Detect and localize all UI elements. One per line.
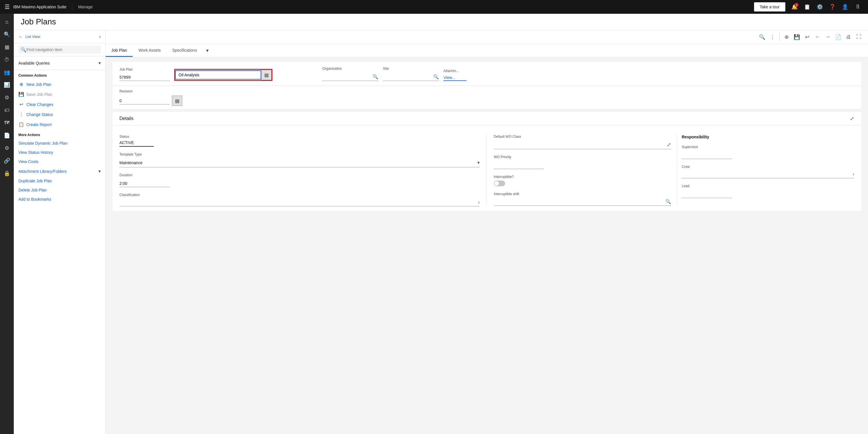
organization-input[interactable] xyxy=(322,74,373,79)
classification-input-wrapper: › xyxy=(119,198,479,206)
attachment-library-link[interactable]: Attachment Library/Folders ▾ xyxy=(14,166,105,176)
classification-input[interactable] xyxy=(119,200,478,205)
notification-icon[interactable]: 🔔 1 xyxy=(789,1,800,12)
apps-grid-icon[interactable]: ⠿ xyxy=(852,1,863,12)
new-job-plan-action[interactable]: ⊕ New Job Plan xyxy=(14,79,105,89)
sidebar-map-icon[interactable]: 🗺 xyxy=(1,117,12,129)
queries-section: Available Queries ▾ xyxy=(14,56,105,70)
duplicate-label: Duplicate Job Plan xyxy=(19,179,52,183)
add-to-bookmarks-link[interactable]: Add to Bookmarks xyxy=(14,195,105,204)
change-status-action[interactable]: ⋮ Change Status xyxy=(14,110,105,119)
sidebar-tag-icon[interactable]: 🏷 xyxy=(1,104,12,116)
main-content: Job Plan ▤ xyxy=(105,57,868,434)
sidebar-search-icon[interactable]: 🔍 xyxy=(1,29,12,40)
classification-arrow-icon[interactable]: › xyxy=(478,200,479,205)
user-icon[interactable]: 👤 xyxy=(839,1,851,12)
duplicate-job-plan-link[interactable]: Duplicate Job Plan xyxy=(14,176,105,185)
lead-label: Lead xyxy=(682,184,854,188)
template-type-select[interactable]: Maintenance xyxy=(119,160,476,165)
back-arrow-icon[interactable]: ← xyxy=(19,34,23,39)
toolbar-add-button[interactable]: ⊕ xyxy=(782,32,791,42)
content-area: ← List View ‹ 🔍 Available Queries ▾ xyxy=(14,30,868,434)
job-plan-name-detail-icon[interactable]: ▤ xyxy=(261,70,272,80)
supervisor-input[interactable] xyxy=(682,152,732,159)
interruptible-shift-search-icon[interactable]: 🔍 xyxy=(665,199,671,205)
hamburger-menu-icon[interactable]: ☰ xyxy=(5,3,10,10)
toolbar-document-button[interactable]: 📄 xyxy=(834,32,843,42)
clipboard-icon[interactable]: 📋 xyxy=(801,1,813,12)
simulate-dynamic-job-plan-link[interactable]: Simulate Dynamic Job Plan xyxy=(14,138,105,148)
help-icon[interactable]: ❓ xyxy=(827,1,838,12)
tab-overflow-button[interactable]: ▾ xyxy=(203,44,212,57)
view-costs-link[interactable]: View Costs xyxy=(14,157,105,166)
nav-search-area: 🔍 xyxy=(14,43,105,56)
queries-toggle[interactable]: Available Queries ▾ xyxy=(19,59,101,67)
notification-badge: 1 xyxy=(795,3,799,7)
default-wo-class-expand-icon[interactable]: ⤢ xyxy=(667,142,671,148)
sidebar-workflow-icon[interactable]: ⚙ xyxy=(1,92,12,103)
job-plan-id-input[interactable] xyxy=(119,74,169,81)
module-name: Manage xyxy=(78,5,93,9)
sidebar-users-icon[interactable]: 👥 xyxy=(1,67,12,78)
sidebar-home-icon[interactable]: ⌂ xyxy=(1,16,12,28)
status-row: Status ACTIVE xyxy=(119,135,479,147)
sidebar-dashboard-icon[interactable]: ▦ xyxy=(1,41,12,53)
crew-input-wrapper: › xyxy=(682,170,854,178)
sidebar-report-icon[interactable]: 📄 xyxy=(1,130,12,141)
toolbar-undo-button[interactable]: ↩ xyxy=(803,32,812,42)
organization-search-icon[interactable]: 🔍 xyxy=(373,74,378,80)
supervisor-label: Supervisor xyxy=(682,145,854,149)
sidebar-analytics-icon[interactable]: 📊 xyxy=(1,79,12,91)
collapse-panel-icon[interactable]: ‹ xyxy=(99,34,101,40)
tab-job-plan[interactable]: Job Plan xyxy=(105,44,133,57)
view-link[interactable]: View... xyxy=(443,75,466,81)
take-tour-button[interactable]: Take a tour xyxy=(754,2,785,11)
undo-icon: ↩ xyxy=(19,102,24,107)
revision-detail-icon[interactable]: ▤ xyxy=(172,96,182,106)
revision-input[interactable] xyxy=(119,97,169,104)
sidebar-history-icon[interactable]: ⏱ xyxy=(1,54,12,65)
toolbar-search-button[interactable]: 🔍 xyxy=(757,32,767,42)
tab-specifications[interactable]: Specifications xyxy=(166,44,203,57)
wo-priority-input[interactable] xyxy=(494,162,544,169)
toolbar-print-button[interactable]: 🖨 xyxy=(844,32,853,42)
main-toolbar: 🔍 ⋮ ⊕ 💾 ↩ ← → 📄 🖨 ⛶ xyxy=(105,30,868,44)
crew-arrow-icon[interactable]: › xyxy=(853,172,854,177)
lead-input[interactable] xyxy=(682,191,732,198)
interruptible-toggle[interactable] xyxy=(494,181,505,186)
clear-changes-action[interactable]: ↩ Clear Changes xyxy=(14,99,105,110)
duration-input[interactable] xyxy=(119,180,169,187)
toolbar-overflow-button[interactable]: ⋮ xyxy=(768,32,777,42)
create-report-action[interactable]: 📋 Create Report xyxy=(14,119,105,129)
list-view-link[interactable]: List View xyxy=(25,34,40,39)
content-wrapper: 🔍 ⋮ ⊕ 💾 ↩ ← → 📄 🖨 ⛶ Job Pl xyxy=(105,30,868,434)
brand: IBM Maximo Application Suite xyxy=(13,5,66,9)
status-value: ACTIVE xyxy=(119,141,154,147)
job-plan-header-row: Job Plan ▤ xyxy=(113,62,861,86)
tab-work-assets[interactable]: Work Assets xyxy=(133,44,166,57)
sidebar-security-icon[interactable]: 🔒 xyxy=(1,167,12,179)
toolbar-forward-button[interactable]: → xyxy=(823,32,832,42)
job-plan-name-input[interactable] xyxy=(175,70,261,80)
toolbar-save-button[interactable]: 💾 xyxy=(792,32,801,42)
delete-job-plan-link[interactable]: Delete Job Plan xyxy=(14,185,105,195)
site-input[interactable] xyxy=(383,74,433,79)
supervisor-row: Supervisor xyxy=(682,145,854,159)
details-expand-icon[interactable]: ⤢ xyxy=(850,115,854,122)
simulate-label: Simulate Dynamic Job Plan xyxy=(19,141,67,146)
crew-input[interactable] xyxy=(682,172,853,177)
site-search-icon[interactable]: 🔍 xyxy=(433,74,439,80)
save-job-plan-action[interactable]: 💾 Save Job Plan xyxy=(14,89,105,99)
sidebar-settings2-icon[interactable]: ⚙ xyxy=(1,143,12,154)
nav-search-input[interactable] xyxy=(19,45,101,54)
sidebar-integration-icon[interactable]: 🔗 xyxy=(1,155,12,166)
toolbar-fullscreen-button[interactable]: ⛶ xyxy=(854,32,863,42)
queries-label: Available Queries xyxy=(19,61,50,65)
toolbar-back-button[interactable]: ← xyxy=(813,32,822,42)
site-input-wrapper: 🔍 xyxy=(383,73,439,81)
interruptible-shift-input[interactable] xyxy=(494,199,665,204)
view-status-history-link[interactable]: View Status History xyxy=(14,148,105,157)
settings-icon[interactable]: ⚙️ xyxy=(814,1,826,12)
default-wo-class-input[interactable] xyxy=(494,143,667,147)
duration-label: Duration xyxy=(119,173,479,177)
